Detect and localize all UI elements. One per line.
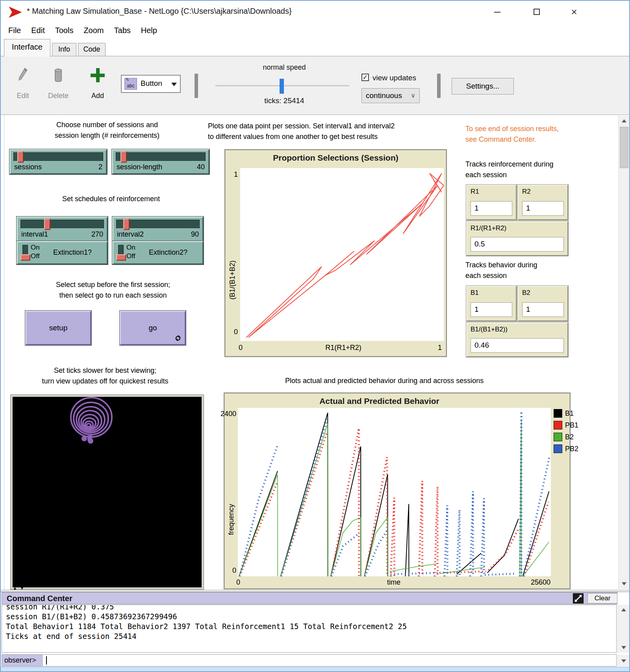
scroll-up-button[interactable] <box>618 605 629 615</box>
menu-file[interactable]: File <box>3 24 26 37</box>
add-plus-icon[interactable] <box>91 68 105 82</box>
scroll-up-button[interactable] <box>619 116 629 126</box>
slider-channel <box>116 220 200 229</box>
plus-horizontal <box>91 74 105 77</box>
note-reinforcement: Tracks reinforcement during each session <box>465 159 580 180</box>
tab-code[interactable]: Code <box>78 43 106 56</box>
menu-help[interactable]: Help <box>136 24 162 37</box>
go-button[interactable]: go <box>120 311 186 345</box>
maximize-button[interactable] <box>527 5 547 19</box>
checkmark-icon: ✓ <box>363 74 368 81</box>
note-behavior: Tracks behavior during each session <box>465 260 580 281</box>
observer-command-row: observer> <box>2 654 617 666</box>
chevron-down-icon: ∨ <box>411 92 415 99</box>
switch-label: Extinction2? <box>149 248 187 257</box>
note-command-center: To see end of session results, see Comma… <box>465 124 584 145</box>
x-max-tick: 25600 <box>508 578 550 587</box>
note-sessions: Choose number of sessions and session le… <box>24 120 190 141</box>
slider-interval1[interactable]: interval1270 <box>17 217 108 242</box>
y-axis-label: frequency <box>227 456 235 535</box>
legend-label: B1 <box>565 409 574 418</box>
switch-slot <box>22 245 28 260</box>
plot-canvas <box>240 168 444 341</box>
view-updates-checkbox[interactable]: ✓ <box>361 74 369 81</box>
slider-interval2[interactable]: interval290 <box>112 217 204 242</box>
toolbar-separator-2 <box>437 74 441 98</box>
main-vertical-scrollbar[interactable] <box>618 116 629 589</box>
slider-sessions[interactable]: sessions2 <box>9 149 107 174</box>
monitor-value: 0.5 <box>471 237 564 252</box>
note-setup-go: Select setup before the first session; t… <box>24 280 202 301</box>
output-line: Ticks at end of session 25414 <box>6 631 616 641</box>
legend-item-b2: B2 <box>554 433 571 442</box>
tab-info[interactable]: Info <box>52 43 76 56</box>
minimize-button[interactable] <box>487 5 507 19</box>
history-dropdown[interactable] <box>618 656 629 666</box>
edit-pencil-icon[interactable] <box>17 67 28 85</box>
widget-type-value: Button <box>141 79 162 88</box>
switch-extinction1[interactable]: On Off Extinction1? <box>17 241 108 265</box>
x-min-tick: 0 <box>236 578 240 587</box>
slider-channel <box>20 220 104 229</box>
slider-thumb[interactable] <box>44 218 50 230</box>
abc-widget-icon: abc✎ <box>124 78 137 90</box>
forever-loop-icon <box>174 335 182 342</box>
menu-tools[interactable]: Tools <box>50 24 79 37</box>
monitor-b1: B1 1 <box>466 286 517 321</box>
pencil-mark-icon: ✎ <box>126 78 129 81</box>
scrollbar-thumb[interactable] <box>620 127 628 168</box>
view-updates-label[interactable]: view updates <box>372 74 424 82</box>
slider-value: 90 <box>191 230 199 239</box>
world-view <box>10 394 204 590</box>
switch-thumb[interactable] <box>116 254 126 261</box>
close-button[interactable]: × <box>564 5 584 19</box>
legend-label: PB2 <box>565 445 578 453</box>
switch-on-label: On <box>31 244 40 252</box>
clear-button[interactable]: Clear <box>587 593 617 604</box>
switch-label: Extinction1? <box>53 248 92 257</box>
switch-slot <box>118 245 124 260</box>
expand-command-center-button[interactable] <box>573 593 584 604</box>
delete-button[interactable]: Delete <box>43 92 73 100</box>
delete-trash-icon[interactable] <box>52 67 65 85</box>
menu-tabs[interactable]: Tabs <box>109 24 136 37</box>
slider-thumb[interactable] <box>120 151 127 163</box>
output-line: session R1/(R1+R2) 0.375 <box>6 605 616 612</box>
scroll-down-button[interactable] <box>619 579 629 589</box>
switch-off-label: Off <box>126 252 135 260</box>
menu-edit[interactable]: Edit <box>26 24 50 37</box>
tab-interface[interactable]: Interface <box>4 39 50 57</box>
scroll-down-button[interactable] <box>618 642 629 653</box>
legend-swatch-b2 <box>554 433 562 441</box>
widget-type-dropdown[interactable]: abc✎ Button <box>121 75 181 93</box>
slider-thumb[interactable] <box>17 151 24 163</box>
observer-input[interactable] <box>44 655 616 666</box>
settings-button[interactable]: Settings... <box>452 78 514 94</box>
switch-thumb[interactable] <box>20 254 30 261</box>
legend-label: PB1 <box>565 421 578 429</box>
command-center-header: Command Center Clear <box>2 592 617 604</box>
update-mode-dropdown[interactable]: continuous ∨ <box>361 88 420 103</box>
interface-toolbar: Edit Delete Add abc✎ Button normal speed… <box>1 56 629 115</box>
switch-extinction2[interactable]: On Off Extinction2? <box>112 241 204 265</box>
toolbar-separator <box>195 74 198 98</box>
switch-off-label: Off <box>31 252 39 260</box>
command-center-scrollbar[interactable] <box>617 605 629 653</box>
slider-session-length[interactable]: session-length40 <box>112 149 209 174</box>
menu-zoom[interactable]: Zoom <box>78 24 109 37</box>
setup-button[interactable]: setup <box>25 311 91 345</box>
speed-slider[interactable] <box>215 85 349 87</box>
slider-thumb[interactable] <box>123 218 130 230</box>
plot-title: Actual and Predicted Behavior <box>224 393 570 406</box>
world-view-canvas <box>13 397 202 587</box>
turtle-shape <box>68 397 115 448</box>
edit-button[interactable]: Edit <box>11 92 35 100</box>
legend-item-pb1: PB1 <box>554 421 571 430</box>
title-bar: * Matching Law Simulation_Base - NetLogo… <box>1 1 629 23</box>
note-plot2: Plots actual and predicted behavior duri… <box>285 376 521 386</box>
observer-dropdown-button[interactable] <box>617 655 629 666</box>
add-button[interactable]: Add <box>87 92 109 100</box>
note-schedules: Set schedules of reinforcement <box>32 194 190 204</box>
monitor-b2: B2 1 <box>518 286 568 321</box>
speed-slider-thumb[interactable] <box>280 79 284 94</box>
